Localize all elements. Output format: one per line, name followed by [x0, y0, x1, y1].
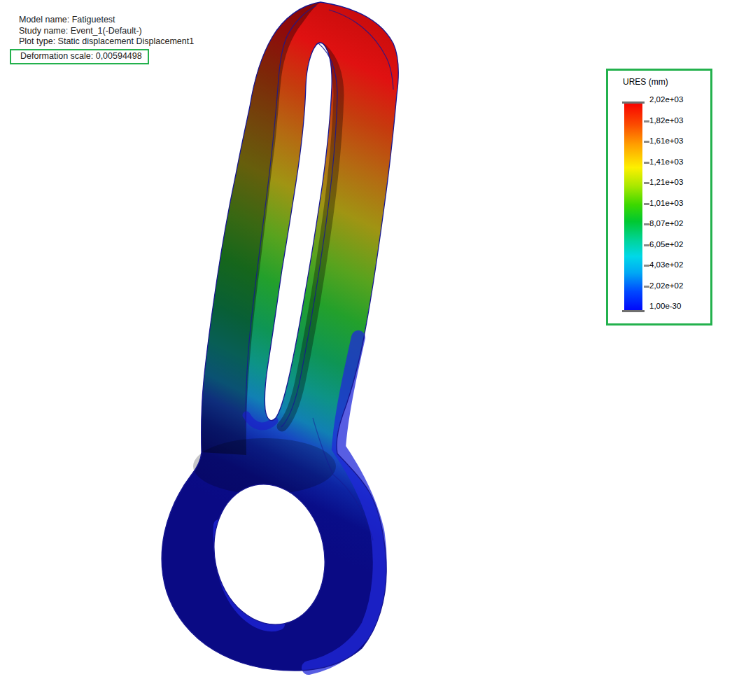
legend-tick-mark	[644, 162, 649, 164]
displacement-model-viewport[interactable]	[0, 0, 434, 700]
colorbar-top-cap	[622, 102, 645, 104]
legend-tick-mark	[644, 286, 649, 288]
legend-tick-label: 1,82e+03	[649, 116, 683, 126]
legend-title: URES (mm)	[623, 77, 668, 87]
legend-tick-label: 1,21e+03	[649, 178, 683, 188]
legend-tick-label: 6,05e+02	[649, 240, 683, 250]
legend-tick-label: 1,00e-30	[649, 302, 681, 312]
legend-tick-mark	[644, 203, 649, 205]
legend-tick-label: 2,02e+02	[649, 281, 683, 291]
legend-tick-mark	[644, 244, 649, 246]
legend-tick-label: 4,03e+02	[649, 260, 683, 270]
legend-tick-mark	[644, 120, 649, 122]
colorbar-bottom-cap	[622, 310, 645, 312]
legend-tick-label: 1,61e+03	[649, 136, 683, 146]
graphics-area[interactable]: Model name: Fatiguetest Study name: Even…	[0, 0, 753, 700]
legend-tick-mark	[644, 182, 649, 184]
legend-tick-label: 8,07e+02	[649, 219, 683, 229]
legend-tick-label: 2,02e+03	[649, 95, 683, 105]
legend-tick-mark	[644, 265, 649, 267]
legend-tick-label: 1,41e+03	[649, 158, 683, 167]
legend-colorbar	[624, 104, 642, 310]
legend-tick-mark	[644, 223, 649, 225]
legend-tick-label: 1,01e+03	[649, 199, 683, 209]
legend-tick-mark	[644, 141, 649, 143]
color-legend: URES (mm) 2,02e+03 1,82e+03 1,61e+03 1,4…	[606, 69, 712, 326]
